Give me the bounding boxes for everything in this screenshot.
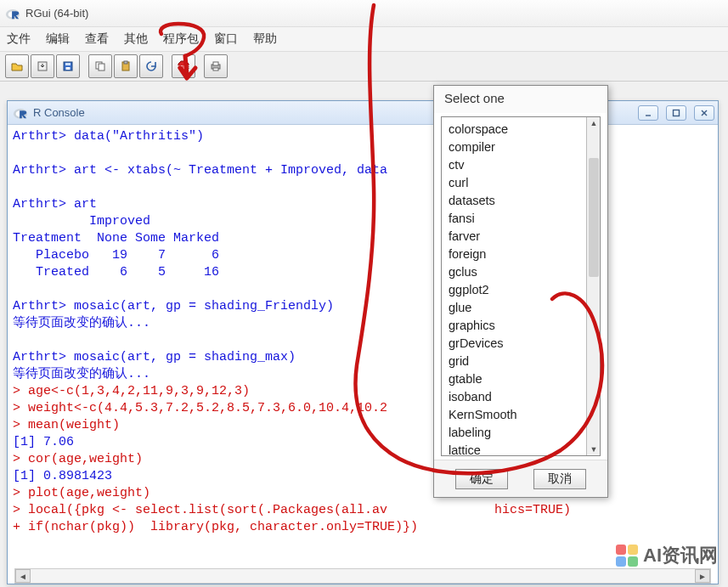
console-titlebar[interactable]: R Console	[8, 101, 718, 125]
package-item[interactable]: curl	[449, 174, 579, 192]
print-icon[interactable]	[204, 54, 228, 78]
package-item[interactable]: labeling	[449, 424, 579, 442]
scroll-right-icon[interactable]: ►	[695, 569, 710, 583]
package-item[interactable]: grDevices	[449, 335, 579, 353]
svg-rect-7	[99, 64, 104, 71]
r-logo-icon	[5, 6, 20, 21]
package-item[interactable]: graphics	[449, 317, 579, 335]
open-icon[interactable]	[5, 54, 29, 78]
scroll-down-icon[interactable]: ▼	[587, 443, 601, 455]
watermark-text: AI资讯网	[643, 543, 718, 568]
copy-icon[interactable]	[88, 54, 112, 78]
package-item[interactable]: ggplot2	[449, 281, 579, 299]
stop-icon[interactable]: STOP	[172, 54, 195, 78]
package-item[interactable]: gtable	[449, 370, 579, 388]
svg-text:STOP: STOP	[177, 65, 190, 70]
dialog-buttons: 确定 取消	[434, 460, 607, 497]
menu-file[interactable]: 文件	[7, 31, 31, 47]
menu-help[interactable]: 帮助	[253, 31, 277, 47]
svg-rect-14	[213, 68, 218, 71]
load-icon[interactable]	[31, 54, 54, 78]
scroll-up-icon[interactable]: ▲	[587, 117, 601, 129]
menu-edit[interactable]: 编辑	[46, 31, 70, 47]
package-item[interactable]: datasets	[449, 192, 579, 210]
console-title: R Console	[33, 106, 85, 119]
package-item[interactable]: grid	[449, 353, 579, 370]
paste-icon[interactable]	[114, 54, 138, 78]
package-list[interactable]: colorspacecompilerctvcurldatasetsfansifa…	[442, 117, 586, 455]
package-item[interactable]: glue	[449, 299, 579, 317]
package-item[interactable]: foreign	[449, 246, 579, 263]
package-list-wrap: colorspacecompilerctvcurldatasetsfansifa…	[441, 116, 601, 456]
package-item[interactable]: fansi	[449, 210, 579, 228]
scroll-track[interactable]	[31, 569, 695, 583]
svg-rect-18	[674, 110, 680, 116]
package-item[interactable]: ctv	[449, 156, 579, 174]
flower-icon	[616, 545, 638, 567]
app-titlebar: RGui (64-bit)	[0, 0, 728, 27]
list-scrollbar[interactable]: ▲ ▼	[586, 117, 600, 455]
watermark: AI资讯网	[616, 543, 718, 568]
svg-rect-13	[213, 62, 218, 65]
r-logo-icon	[13, 105, 28, 121]
select-package-dialog: Select one colorspacecompilerctvcurldata…	[433, 85, 608, 498]
minimize-icon[interactable]	[638, 105, 658, 121]
svg-rect-9	[124, 61, 127, 64]
scroll-thumb[interactable]	[589, 158, 599, 277]
package-item[interactable]: colorspace	[449, 121, 579, 138]
toolbar: STOP	[0, 51, 728, 82]
console-output[interactable]: Arthrt> data("Arthritis") Arthrt> art <-…	[8, 125, 718, 584]
package-item[interactable]: isoband	[449, 388, 579, 406]
package-item[interactable]: compiler	[449, 138, 579, 156]
menu-view[interactable]: 查看	[85, 31, 109, 47]
save-icon[interactable]	[56, 54, 80, 78]
maximize-icon[interactable]	[666, 105, 686, 121]
ok-button[interactable]: 确定	[455, 469, 508, 489]
cancel-button[interactable]: 取消	[533, 469, 586, 489]
menu-windows[interactable]: 窗口	[214, 31, 238, 47]
r-console-window: R Console Arthrt> data("Arthritis") Arth…	[7, 100, 719, 584]
package-item[interactable]: KernSmooth	[449, 406, 579, 424]
package-item[interactable]: farver	[449, 228, 579, 246]
close-icon[interactable]	[694, 105, 714, 121]
refresh-icon[interactable]	[139, 54, 163, 78]
console-line: + if(nchar(pkg)) library(pkg, character.…	[13, 519, 713, 536]
menu-packages[interactable]: 程序包	[163, 31, 199, 47]
dialog-title: Select one	[434, 86, 607, 113]
menu-misc[interactable]: 其他	[124, 31, 148, 47]
mdi-client-area: R Console Arthrt> data("Arthritis") Arth…	[0, 82, 728, 587]
horizontal-scrollbar[interactable]: ◄ ►	[14, 568, 711, 584]
app-title: RGui (64-bit)	[25, 7, 88, 20]
svg-rect-5	[66, 67, 71, 70]
console-line: > local({pkg <- select.list(sort(.Packag…	[13, 502, 713, 519]
package-item[interactable]: lattice	[449, 442, 579, 455]
package-item[interactable]: gclus	[449, 263, 579, 281]
menubar: 文件 编辑 查看 其他 程序包 窗口 帮助	[0, 27, 728, 51]
scroll-left-icon[interactable]: ◄	[15, 569, 31, 583]
svg-rect-4	[65, 63, 71, 65]
